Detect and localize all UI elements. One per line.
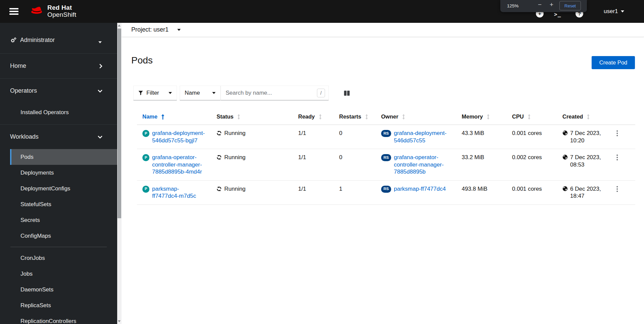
sidebar-item-daemonsets[interactable]: DaemonSets [10, 282, 117, 297]
project-selector[interactable]: Project: user1 [122, 23, 644, 37]
sidebar-item-home[interactable]: Home [0, 54, 117, 78]
chevron-down-icon [98, 135, 102, 139]
sidebar-item-deployments[interactable]: Deployments [10, 165, 117, 181]
sidebar-nav: Administrator Home Operators Installed O… [0, 23, 117, 324]
filter-funnel-icon [138, 91, 143, 95]
sidebar-item-statefulsets[interactable]: StatefulSets [10, 196, 117, 212]
kebab-menu-icon[interactable] [614, 185, 620, 193]
main-content: Project: user1 Pods Create Pod Filter Na… [122, 23, 644, 324]
user-menu[interactable]: user1 [604, 0, 624, 23]
sidebar-item-label: Deployments [20, 170, 54, 176]
table-row: P parksmap-ff7477dc4-m7d5c Running 1/1 1 [137, 180, 635, 204]
column-header-restarts[interactable]: Restarts [334, 111, 376, 125]
sidebar-item-label: Operators [10, 87, 37, 94]
nav-toggle-icon[interactable] [9, 8, 18, 15]
globe-icon [562, 154, 568, 168]
restarts-value: 0 [334, 125, 376, 149]
sidebar-item-deploymentconfigs[interactable]: DeploymentConfigs [10, 181, 117, 196]
sidebar-item-cronjobs[interactable]: CronJobs [10, 250, 117, 266]
scroll-up-arrow-icon[interactable] [118, 25, 121, 27]
replicaset-badge: RS [381, 186, 391, 193]
kebab-menu-icon[interactable] [614, 154, 620, 161]
sidebar-item-label: Secrets [20, 217, 40, 224]
keyboard-shortcut-badge: / [317, 89, 325, 97]
sort-icon [487, 114, 490, 120]
filter-dropdown[interactable]: Filter [133, 86, 177, 100]
sidebar-item-installed-operators[interactable]: Installed Operators [10, 103, 117, 122]
memory-value: 43.3 MiB [456, 125, 507, 149]
zoom-in-button[interactable]: + [550, 1, 553, 8]
search-input[interactable] [226, 90, 317, 96]
column-header-status[interactable]: Status [211, 111, 293, 125]
caret-down-icon [169, 92, 172, 94]
owner-link[interactable]: grafana-deployment-546dd57c55 [394, 130, 451, 144]
filter-label: Filter [146, 90, 159, 96]
created-timestamp: 6 Dec 2023, 18:47 [570, 185, 604, 200]
column-header-name[interactable]: Name [137, 111, 211, 125]
caret-down-icon [177, 29, 181, 31]
sidebar-item-workloads[interactable]: Workloads [0, 125, 117, 149]
column-management-icon[interactable] [343, 90, 350, 96]
pod-name-link[interactable]: parksmap-ff7477dc4-m7d5c [152, 185, 206, 200]
owner-link[interactable]: grafana-operator-controller-manager-7885… [394, 154, 451, 176]
sort-icon [527, 114, 531, 120]
list-toolbar: Filter Name / [133, 86, 350, 100]
caret-down-icon [98, 41, 102, 43]
memory-value: 493.8 MiB [456, 180, 507, 204]
sidebar-item-label: DeploymentConfigs [20, 185, 70, 192]
ready-value: 1/1 [293, 149, 334, 181]
owner-link[interactable]: parksmap-ff7477dc4 [394, 185, 446, 193]
column-header-memory[interactable]: Memory [456, 111, 507, 125]
page-title: Pods [131, 55, 153, 66]
kebab-menu-icon[interactable] [614, 130, 620, 137]
table-row: P grafana-operator-controller-manager-78… [137, 149, 635, 181]
chevron-down-icon [621, 10, 624, 12]
nav-scrollbar[interactable] [117, 23, 122, 324]
sort-icon [319, 114, 322, 120]
cpu-value: 0.002 cores [507, 149, 557, 181]
sidebar-item-jobs[interactable]: Jobs [10, 266, 117, 282]
created-timestamp: 7 Dec 2023, 10:20 [570, 130, 604, 144]
pods-table: Name Status Ready Restarts [137, 111, 635, 205]
column-header-ready[interactable]: Ready [293, 111, 334, 125]
sidebar-item-label: StatefulSets [20, 201, 51, 208]
brand-name: Red Hat [47, 4, 76, 11]
restarts-value: 0 [334, 149, 376, 181]
redhat-fedora-icon [30, 6, 44, 16]
table-row: P grafana-deployment-546dd57c55-bgjl7 Ru… [137, 125, 635, 149]
brand-logo: Red Hat OpenShift [30, 4, 76, 18]
globe-icon [562, 186, 568, 200]
pod-name-link[interactable]: grafana-operator-controller-manager-7885… [152, 154, 206, 176]
column-header-created[interactable]: Created [557, 111, 609, 125]
create-pod-button[interactable]: Create Pod [592, 56, 635, 69]
running-sync-icon [217, 155, 222, 160]
pod-name-link[interactable]: grafana-deployment-546dd57c55-bgjl7 [152, 130, 206, 144]
running-sync-icon [217, 186, 222, 191]
sidebar-item-label: Installed Operators [20, 109, 69, 116]
project-label: Project: user1 [131, 26, 169, 33]
sort-icon [402, 114, 405, 120]
search-box[interactable]: / [221, 86, 329, 100]
sidebar-item-secrets[interactable]: Secrets [10, 212, 117, 228]
created-timestamp: 7 Dec 2023, 08:53 [570, 154, 604, 168]
search-attribute-dropdown[interactable]: Name [180, 86, 221, 100]
pod-badge: P [142, 186, 149, 193]
sidebar-item-replicationcontrollers[interactable]: ReplicationControllers [10, 313, 117, 324]
zoom-out-button[interactable]: − [538, 1, 542, 8]
sidebar-item-replicasets[interactable]: ReplicaSets [10, 297, 117, 313]
sidebar-item-operators[interactable]: Operators [0, 79, 117, 103]
ready-value: 1/1 [293, 125, 334, 149]
sort-ascending-icon [161, 114, 165, 120]
perspective-label: Administrator [20, 37, 55, 44]
sidebar-item-configmaps[interactable]: ConfigMaps [10, 228, 117, 244]
sidebar-item-label: Jobs [20, 271, 33, 277]
zoom-reset-button[interactable]: Reset [559, 1, 581, 10]
table-header-row: Name Status Ready Restarts [137, 111, 635, 125]
column-header-owner[interactable]: Owner [376, 111, 456, 125]
perspective-switcher[interactable]: Administrator [0, 23, 117, 54]
scrollbar-thumb[interactable] [118, 29, 121, 218]
scroll-down-arrow-icon[interactable] [118, 320, 121, 322]
column-header-cpu[interactable]: CPU [507, 111, 557, 125]
sidebar-item-pods[interactable]: Pods [10, 149, 117, 165]
globe-icon [562, 130, 568, 144]
